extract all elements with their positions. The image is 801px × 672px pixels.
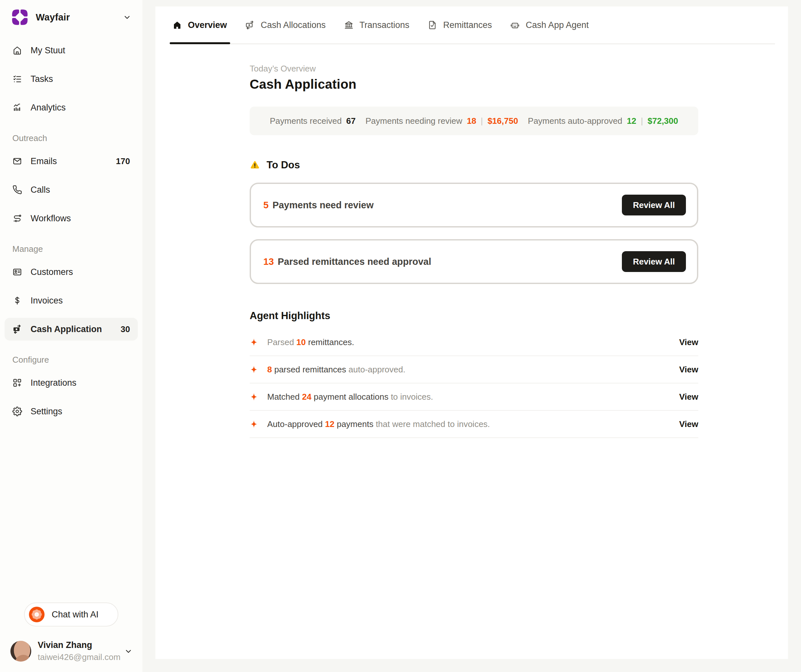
user-menu[interactable]: Vivian Zhang taiwei426@gmail.com [0,640,142,662]
sidebar-item-label: Emails [31,156,57,166]
sidebar-item-badge: 170 [116,156,130,166]
sidebar-item-my-stuut[interactable]: My Stuut [5,39,138,62]
sparkle-icon [250,338,257,347]
sidebar-item-label: Settings [31,407,63,416]
sidebar-item-analytics[interactable]: Analytics [5,96,138,119]
sidebar-item-customers[interactable]: Customers [5,260,138,283]
stat-label: Payments auto-approved [528,116,622,126]
cash-allocations-icon [245,20,255,30]
sidebar-item-integrations[interactable]: Integrations [5,371,138,394]
sidebar-item-label: My Stuut [31,45,65,56]
highlight-row: Matched 24 payment allocations to invoic… [250,383,698,411]
stat-count: 18 [467,116,476,126]
highlight-segment: 12 [325,419,335,429]
view-link[interactable]: View [679,419,698,429]
workspace-switcher[interactable]: Wayfair [0,8,142,26]
doc-check-icon [428,20,437,30]
workflow-icon [12,214,22,223]
sidebar-item-label: Calls [31,185,50,195]
highlight-row: 8 parsed remittances auto-approved.View [250,356,698,383]
tab-label: Remittances [443,20,492,30]
todos-header: To Dos [250,159,698,171]
stat-count: 12 [627,116,636,126]
highlight-segment: payments [335,419,376,429]
home-filled-icon [172,20,182,30]
todo-text: 5Payments need review [263,200,373,211]
agent-highlights-list: Parsed 10 remittances.View8 parsed remit… [250,329,698,438]
chat-with-ai-label: Chat with AI [52,609,98,620]
tab-cash-app-agent[interactable]: Cash App Agent [510,6,589,43]
sidebar-item-calls[interactable]: Calls [5,178,138,201]
highlight-segment: Auto-approved [267,419,325,429]
todo-card-parsed-remittances-need-approval[interactable]: 13Parsed remittances need approvalReview… [250,239,698,284]
highlight-text: Matched 24 payment allocations to invoic… [267,392,433,402]
home-icon [12,45,22,55]
stat-label: Payments needing review [365,116,462,126]
highlight-segment: 8 [267,365,272,375]
wayfair-logo-icon [11,8,29,26]
sidebar-item-workflows[interactable]: Workflows [5,207,138,230]
customers-icon [12,267,22,277]
stat-amount: $16,750 [487,116,518,126]
content: Today’s Overview Cash Application Paymen… [250,64,698,438]
main-panel: OverviewCash AllocationsTransactionsRemi… [155,6,788,659]
highlight-segment: auto-approved. [349,365,405,375]
avatar [10,641,31,662]
tab-transactions[interactable]: Transactions [344,6,410,43]
bank-icon [344,20,354,30]
highlight-row: Parsed 10 remittances.View [250,329,698,356]
settings-icon [12,407,22,416]
tab-remittances[interactable]: Remittances [428,6,492,43]
sidebar-item-invoices[interactable]: Invoices [5,289,138,312]
sidebar-item-tasks[interactable]: Tasks [5,68,138,90]
tab-cash-allocations[interactable]: Cash Allocations [245,6,326,43]
sparkle-icon [250,420,257,429]
cash-application-icon [12,324,22,334]
highlight-segment: to invoices. [391,392,433,402]
highlight-segment: Matched [267,392,302,402]
stats-bar: Payments received67Payments needing revi… [250,106,698,135]
user-email: taiwei426@gmail.com [38,652,121,662]
view-link[interactable]: View [679,365,698,375]
agent-highlights-header: Agent Highlights [250,310,698,322]
highlight-text: Auto-approved 12 payments that were matc… [267,419,490,429]
tab-label: Overview [188,20,227,30]
stat-label: Payments received [270,116,342,126]
chevron-down-icon[interactable] [123,13,131,21]
chat-with-ai-button[interactable]: Chat with AI [24,603,118,627]
view-link[interactable]: View [679,337,698,347]
chevron-down-icon[interactable] [124,647,133,656]
highlight-segment: 10 [296,337,306,347]
highlight-row: Auto-approved 12 payments that were matc… [250,411,698,438]
user-meta: Vivian Zhang taiwei426@gmail.com [38,640,121,662]
highlight-segment: remittances. [306,337,354,347]
tab-overview[interactable]: Overview [172,6,227,43]
section-label-outreach: Outreach [5,125,138,150]
sidebar-item-label: Integrations [31,378,76,388]
stat-payments-needing-review: Payments needing review18|$16,750 [365,116,518,126]
stat-payments-received: Payments received67 [270,116,355,126]
stat-payments-auto-approved: Payments auto-approved12|$72,300 [528,116,678,126]
section-label-manage: Manage [5,236,138,260]
tab-label: Cash App Agent [526,20,589,30]
sidebar-item-label: Customers [31,267,73,277]
stat-separator: | [481,116,483,126]
view-link[interactable]: View [679,392,698,402]
todo-text: 13Parsed remittances need approval [263,256,431,267]
todo-cards: 5Payments need reviewReview All13Parsed … [250,183,698,284]
highlight-segment: payment allocations [311,392,391,402]
page-eyebrow: Today’s Overview [250,64,698,74]
sidebar-item-emails[interactable]: Emails170 [5,150,138,172]
sidebar-item-settings[interactable]: Settings [5,400,138,423]
tab-label: Transactions [360,20,410,30]
sparkle-icon [250,392,257,401]
tasks-icon [12,74,22,84]
stat-separator: | [641,116,643,126]
sidebar-item-cash-application[interactable]: Cash Application30 [5,318,138,341]
review-all-button[interactable]: Review All [622,251,686,272]
todos-section: To Dos 5Payments need reviewReview All13… [250,159,698,284]
highlight-segment: 24 [302,392,311,402]
todo-card-payments-need-review[interactable]: 5Payments need reviewReview All [250,183,698,227]
warning-icon [250,160,260,170]
review-all-button[interactable]: Review All [622,195,686,215]
